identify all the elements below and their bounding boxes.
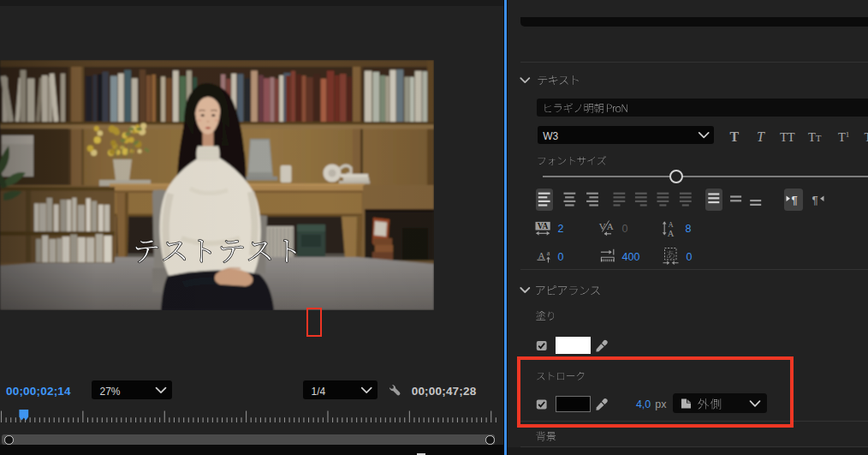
- svg-text:VA: VA: [538, 222, 549, 230]
- svg-text:A: A: [538, 251, 545, 260]
- svg-text:¶: ¶: [792, 194, 798, 207]
- svg-text:¶: ¶: [812, 194, 818, 207]
- svg-text:A: A: [668, 220, 674, 229]
- svg-text:a: a: [547, 249, 550, 257]
- svg-text:V: V: [599, 221, 606, 231]
- svg-text:A: A: [668, 229, 675, 238]
